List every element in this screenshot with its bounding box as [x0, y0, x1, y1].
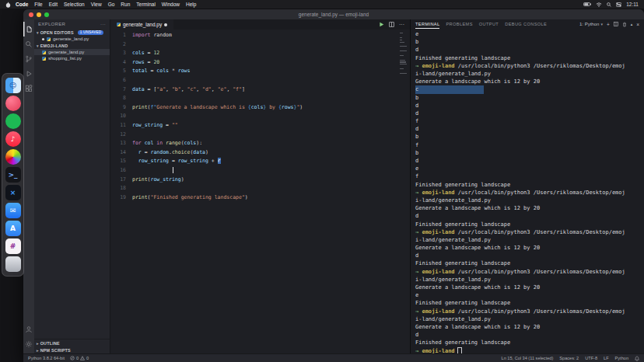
terminal-line: → emoji-land /usr/local/bin/python3 /Use… — [415, 308, 644, 315]
folder-section[interactable]: ▾ EMOJI-LAND — [34, 42, 110, 49]
menu-item-file[interactable]: File — [34, 2, 42, 7]
blue-x-app-dock-icon[interactable]: × — [5, 185, 21, 200]
control-center-icon[interactable] — [616, 2, 621, 7]
status-right: Ln 15, Col 34 (11 selected)Spaces: 2UTF-… — [502, 356, 639, 361]
terminal-line: c — [415, 85, 644, 93]
menu-item-window[interactable]: Window — [162, 2, 180, 7]
minimize-window-button[interactable] — [37, 12, 41, 17]
search-icon[interactable] — [607, 2, 611, 7]
source-control-icon[interactable] — [23, 51, 34, 66]
python-interpreter-status[interactable]: Python 3.8.2 64-bit — [28, 356, 65, 360]
chevron-down-icon: ▾ — [37, 30, 39, 35]
code-text: print("Finished generating landscape") — [126, 193, 248, 203]
terminal-line: Finished generating landscape — [415, 181, 644, 189]
trash-dock-icon[interactable] — [5, 256, 21, 272]
code-text — [126, 166, 173, 176]
section-outline[interactable]: ▸OUTLINE — [34, 339, 110, 346]
terminal-dock-icon[interactable]: >_ — [5, 167, 21, 183]
panel-tab-debug-console[interactable]: DEBUG CONSOLE — [505, 19, 547, 29]
slack-dock-icon[interactable]: # — [5, 238, 21, 254]
explorer-icon[interactable] — [23, 22, 34, 37]
menu-item-terminal[interactable]: Terminal — [136, 2, 156, 7]
indentation[interactable]: Spaces: 2 — [559, 356, 579, 360]
apple-menu-icon[interactable] — [5, 2, 11, 8]
terminal-output[interactable]: ebdFinished generating landscape→ emoji-… — [411, 29, 644, 353]
code-text — [126, 76, 132, 85]
editor-more-actions-icon[interactable]: ··· — [399, 22, 404, 27]
open-editor-item[interactable]: generate_land.py — [34, 36, 110, 42]
red-app-dock-icon[interactable] — [5, 96, 21, 111]
code-text — [126, 112, 132, 121]
extensions-icon[interactable] — [23, 81, 34, 96]
kill-terminal-icon[interactable] — [622, 22, 627, 27]
open-editors-section[interactable]: ▾ OPEN EDITORS 1 UNSAVED — [34, 29, 110, 36]
folder-name: EMOJI-LAND — [40, 44, 68, 48]
code-text — [126, 184, 132, 193]
eol[interactable]: LF — [604, 356, 609, 360]
menu-item-edit[interactable]: Edit — [49, 2, 58, 7]
wifi-icon[interactable] — [596, 2, 602, 7]
menubar-clock[interactable]: 12:11 — [626, 2, 639, 7]
code-editor[interactable]: 1import random23cols = 124rows = 205tota… — [110, 30, 410, 353]
menu-item-run[interactable]: Run — [121, 2, 130, 7]
menu-item-go[interactable]: Go — [108, 2, 115, 7]
modified-dot-icon[interactable] — [164, 23, 167, 26]
battery-icon[interactable] — [583, 2, 591, 6]
menu-item-help[interactable]: Help — [186, 2, 196, 7]
editor-tab[interactable]: generate_land.py — [110, 19, 173, 30]
cursor-position[interactable]: Ln 15, Col 34 (11 selected) — [502, 356, 554, 360]
problems-status[interactable]: 0 0 — [70, 356, 89, 360]
menu-item-code[interactable]: Code — [16, 2, 28, 7]
menu-item-selection[interactable]: Selection — [64, 2, 85, 7]
dock: ☺♪>_×✉A# — [2, 73, 24, 277]
code-text: import random — [126, 31, 172, 40]
zoom-window-button[interactable] — [44, 12, 49, 17]
sidebar-title: EXPLORER — [38, 22, 65, 26]
split-terminal-icon[interactable] — [614, 22, 618, 26]
window-titlebar[interactable]: generate_land.py — emoji-land — [23, 9, 644, 19]
sidebar-more-actions-icon[interactable]: ··· — [100, 22, 106, 26]
line-number: 10 — [110, 112, 126, 121]
finder-dock-icon[interactable]: ☺ — [5, 78, 21, 93]
code-line: 1import random — [110, 31, 410, 40]
panel-tab-terminal[interactable]: TERMINAL — [415, 19, 439, 29]
photos-dock-icon[interactable] — [5, 149, 21, 165]
green-app-dock-icon[interactable] — [5, 113, 21, 129]
section-npm-scripts[interactable]: ▸NPM SCRIPTS — [34, 346, 110, 353]
menu-item-view[interactable]: View — [91, 2, 102, 7]
file-tree-item[interactable]: shopping_list.py — [34, 55, 110, 61]
music-dock-icon[interactable]: ♪ — [5, 131, 21, 147]
settings-gear-icon[interactable] — [23, 336, 34, 351]
line-number: 16 — [110, 166, 126, 176]
line-number: 9 — [110, 103, 126, 113]
mail-dock-icon[interactable]: ✉ — [5, 203, 21, 218]
terminal-line: d — [415, 125, 644, 133]
panel-tab-problems[interactable]: PROBLEMS — [446, 19, 472, 29]
account-icon[interactable] — [23, 322, 34, 336]
new-terminal-icon[interactable]: + — [607, 22, 610, 27]
split-editor-icon[interactable] — [389, 22, 394, 27]
terminal-line: → emoji-land — [415, 347, 644, 354]
tab-label: generate_land.py — [123, 22, 162, 27]
file-tree-item[interactable]: generate_land.py — [34, 49, 110, 55]
code-text — [126, 40, 132, 50]
code-text: rows = 20 — [126, 58, 159, 68]
close-panel-icon[interactable]: × — [636, 22, 639, 27]
terminal-line: i-land/generate_land.py — [415, 236, 644, 244]
terminal-line: → emoji-land /usr/local/bin/python3 /Use… — [415, 228, 644, 236]
minimap[interactable] — [400, 33, 408, 75]
notifications-bell-icon[interactable] — [635, 356, 639, 361]
maximize-panel-icon[interactable]: ▴ — [631, 22, 633, 26]
run-debug-icon[interactable] — [23, 66, 34, 81]
terminal-line: e — [415, 30, 644, 38]
terminal-line: Finished generating landscape — [415, 221, 644, 228]
terminal-selector-dropdown[interactable]: 1: Python▾ — [579, 22, 603, 26]
close-window-button[interactable] — [29, 12, 33, 17]
encoding[interactable]: UTF-8 — [585, 356, 597, 360]
python-file-icon — [47, 37, 51, 41]
app-store-dock-icon[interactable]: A — [5, 221, 21, 236]
panel-tab-output[interactable]: OUTPUT — [479, 19, 499, 29]
language-mode[interactable]: Python — [615, 356, 628, 360]
run-python-file-icon[interactable] — [379, 22, 384, 27]
search-sidebar-icon[interactable] — [23, 37, 34, 51]
